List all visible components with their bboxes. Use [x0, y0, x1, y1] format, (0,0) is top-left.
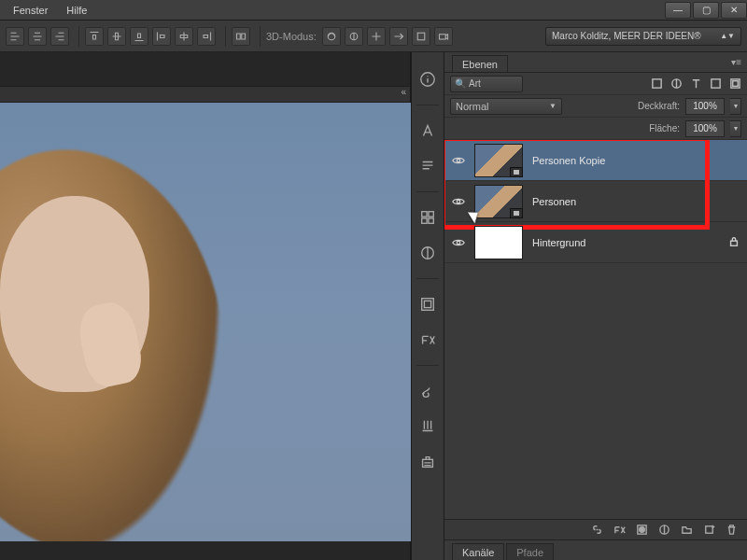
filter-adjust-icon[interactable] [669, 77, 683, 91]
svg-rect-25 [705, 526, 712, 533]
group-icon[interactable] [680, 524, 693, 537]
3d-camera-icon[interactable] [434, 27, 453, 46]
filter-pixel-icon[interactable] [650, 77, 663, 91]
svg-rect-21 [731, 241, 738, 245]
layer-row[interactable]: Personen [444, 181, 747, 222]
3d-slide-icon[interactable] [389, 27, 408, 46]
workspace-dropdown[interactable]: Marco Kolditz, MEER DER IDEEN® ▲▼ [545, 27, 741, 46]
distribute-bottom-icon[interactable] [130, 27, 148, 46]
info-icon[interactable] [417, 69, 438, 90]
adjustments-icon[interactable] [417, 243, 438, 263]
layer-row[interactable]: Hintergrund [444, 222, 747, 263]
fx-icon[interactable] [417, 329, 438, 350]
trash-icon[interactable] [725, 524, 738, 537]
svg-rect-10 [422, 299, 434, 311]
fill-input[interactable]: 100% [685, 120, 725, 137]
align-right-icon[interactable] [50, 27, 69, 46]
align-center-icon[interactable] [28, 27, 47, 46]
svg-point-18 [457, 159, 460, 162]
filter-shape-icon[interactable] [709, 77, 722, 91]
blend-mode-value: Normal [456, 101, 488, 112]
opacity-stepper[interactable]: ▾ [730, 98, 741, 115]
svg-rect-11 [424, 301, 430, 307]
blend-mode-dropdown[interactable]: Normal ▼ [450, 98, 562, 115]
minimize-button[interactable]: — [665, 2, 691, 19]
fill-label: Fläche: [649, 123, 680, 133]
svg-rect-17 [732, 81, 738, 87]
distribute-left-icon[interactable] [152, 27, 171, 46]
menu-help[interactable]: Hilfe [57, 5, 96, 16]
dock-collapse-bar[interactable] [0, 86, 410, 103]
layers-list: Personen Kopie Personen Hintergrund [444, 140, 747, 519]
auto-align-icon[interactable] [232, 27, 250, 46]
smartobject-icon [510, 167, 523, 177]
maximize-button[interactable]: ▢ [693, 2, 719, 19]
distribute-vcenter-icon[interactable] [107, 27, 126, 46]
align-left-icon[interactable] [6, 27, 24, 46]
clone-source-icon[interactable] [417, 452, 438, 472]
tab-paths[interactable]: Pfade [506, 543, 554, 560]
3d-scale-icon[interactable] [412, 27, 430, 46]
fx-icon[interactable] [613, 524, 626, 537]
mask-icon[interactable] [635, 524, 648, 537]
brushes-icon[interactable] [417, 416, 438, 437]
filter-type-value: Art [469, 78, 481, 89]
svg-rect-6 [429, 212, 433, 217]
visibility-toggle[interactable] [452, 154, 465, 167]
svg-rect-15 [711, 79, 719, 88]
filter-type-icon[interactable] [689, 77, 702, 91]
layer-filter-row: 🔍 Art [444, 73, 747, 95]
search-icon: 🔍 [455, 78, 466, 89]
menu-window[interactable]: Fenster [4, 5, 57, 16]
visibility-toggle[interactable] [452, 236, 465, 249]
visibility-toggle[interactable] [452, 195, 465, 208]
layer-filter-type-dropdown[interactable]: 🔍 Art [450, 76, 523, 92]
brush-preset-icon[interactable] [417, 381, 438, 401]
distribute-top-icon[interactable] [85, 27, 104, 46]
character-icon[interactable] [417, 120, 438, 141]
tab-layers[interactable]: Ebenen [452, 55, 508, 72]
lock-icon[interactable] [728, 234, 740, 251]
layer-name[interactable]: Hintergrund [532, 237, 585, 248]
opacity-input[interactable]: 100% [685, 98, 725, 115]
styles-icon[interactable] [417, 294, 438, 315]
distribute-right-icon[interactable] [197, 27, 216, 46]
document-area [0, 52, 411, 560]
fill-stepper[interactable]: ▾ [730, 120, 741, 137]
svg-rect-3 [439, 34, 445, 38]
layer-name[interactable]: Personen Kopie [532, 155, 605, 166]
chevron-down-icon: ▼ [549, 102, 557, 110]
new-layer-icon[interactable] [702, 524, 715, 537]
menubar: Fenster Hilfe — ▢ ✕ [0, 0, 747, 21]
options-bar: 3D-Modus: Marco Kolditz, MEER DER IDEEN®… [0, 21, 747, 52]
canvas[interactable] [0, 103, 411, 541]
svg-rect-5 [422, 212, 427, 217]
svg-point-20 [457, 241, 460, 245]
layer-thumbnail[interactable] [474, 226, 523, 259]
panel-menu-icon[interactable]: ▾≡ [731, 57, 741, 67]
tab-channels[interactable]: Kanäle [452, 543, 504, 560]
3d-orbit-icon[interactable] [322, 27, 341, 46]
svg-rect-8 [429, 218, 433, 223]
adjustment-layer-icon[interactable] [657, 524, 670, 537]
smartobject-icon [510, 208, 523, 218]
filter-smart-icon[interactable] [728, 77, 741, 91]
swatches-icon[interactable] [417, 207, 438, 228]
blend-mode-row: Normal ▼ Deckkraft: 100% ▾ [444, 95, 747, 118]
3d-pan-icon[interactable] [367, 27, 386, 46]
layer-row[interactable]: Personen Kopie [444, 140, 747, 181]
svg-point-19 [457, 200, 460, 203]
paragraph-icon[interactable] [417, 156, 438, 176]
lock-fill-row: Fläche: 100% ▾ [444, 118, 747, 140]
link-layers-icon[interactable] [590, 524, 603, 537]
layer-thumbnail[interactable] [474, 185, 523, 218]
layer-thumbnail[interactable] [474, 144, 523, 177]
opacity-label: Deckkraft: [638, 101, 680, 111]
distribute-hcenter-icon[interactable] [175, 27, 193, 46]
svg-rect-2 [417, 33, 425, 40]
close-button[interactable]: ✕ [721, 2, 747, 19]
layers-panel: Ebenen ▾≡ 🔍 Art Normal [444, 52, 747, 560]
chevron-updown-icon: ▲▼ [720, 32, 735, 40]
3d-roll-icon[interactable] [345, 27, 363, 46]
layer-name[interactable]: Personen [532, 196, 576, 207]
